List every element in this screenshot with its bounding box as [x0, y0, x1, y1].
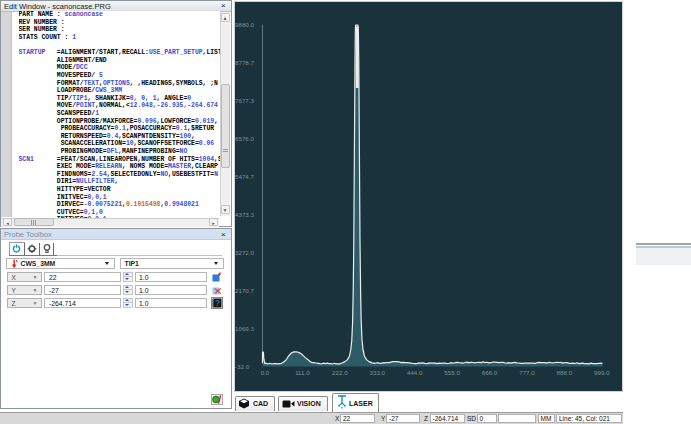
svg-text:222.0: 222.0	[332, 369, 348, 376]
svg-text:-32.0: -32.0	[235, 363, 250, 370]
svg-text:111.0: 111.0	[295, 369, 310, 376]
svg-text:2170.7: 2170.7	[235, 287, 254, 294]
svg-text:7677.3: 7677.3	[235, 97, 254, 104]
svg-text:6576.0: 6576.0	[235, 135, 254, 142]
svg-text:444.0: 444.0	[407, 369, 423, 376]
svg-text:9880.0: 9880.0	[235, 21, 254, 28]
svg-text:1069.3: 1069.3	[235, 325, 254, 332]
svg-text:666.0: 666.0	[482, 369, 498, 376]
svg-text:777.0: 777.0	[519, 369, 535, 376]
svg-text:333.0: 333.0	[370, 369, 386, 376]
svg-text:0.0: 0.0	[261, 369, 270, 376]
svg-text:8778.7: 8778.7	[235, 59, 254, 66]
svg-text:4373.3: 4373.3	[235, 211, 254, 218]
svg-text:?: ?	[215, 298, 220, 308]
svg-text:5474.7: 5474.7	[235, 173, 254, 180]
svg-text:3272.0: 3272.0	[235, 249, 254, 256]
svg-text:888.0: 888.0	[557, 369, 573, 376]
svg-text:999.0: 999.0	[594, 369, 610, 376]
svg-text:555.0: 555.0	[444, 369, 460, 376]
